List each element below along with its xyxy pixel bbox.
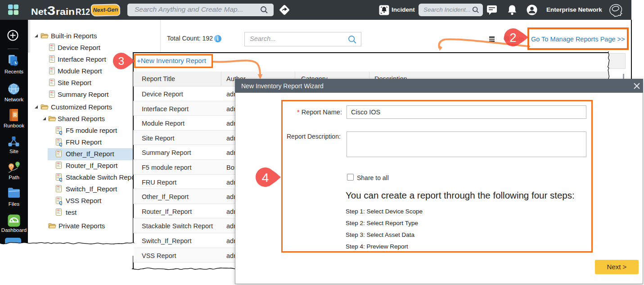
svg-text:Net: Net — [31, 7, 47, 17]
svg-text:2: 2 — [509, 31, 516, 45]
svg-text:4: 4 — [261, 170, 269, 184]
svg-text:B: B — [17, 163, 18, 165]
svg-text:A: A — [10, 165, 13, 168]
svg-text:3: 3 — [118, 55, 124, 67]
svg-text:3: 3 — [47, 4, 55, 17]
svg-text:R: R — [14, 113, 17, 118]
svg-text:rain: rain — [56, 7, 75, 17]
svg-text:R12: R12 — [76, 6, 90, 17]
